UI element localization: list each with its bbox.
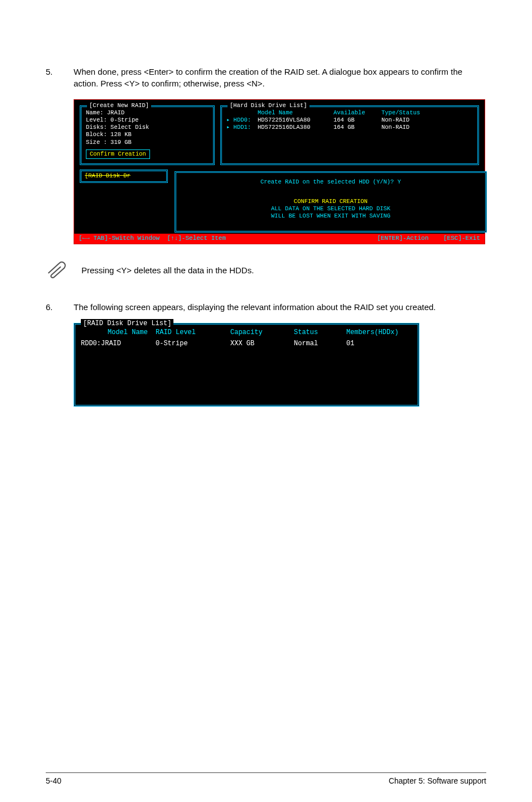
step-number: 5. — [46, 66, 58, 89]
step-body: When done, press <Enter> to confirm the … — [74, 66, 486, 89]
step-5: 5. When done, press <Enter> to confirm t… — [46, 66, 486, 89]
page-number: 5-40 — [46, 776, 61, 785]
bios-screenshot-2: [RAID Disk Drive List] Model Name RAID L… — [74, 323, 419, 407]
footer-action: [ENTER]-Action — [377, 235, 428, 241]
col-capacity: Capacity — [230, 328, 286, 337]
col-raid-level: RAID Level — [156, 328, 223, 337]
hdd0-type: Non-RAID — [381, 117, 432, 124]
note-row: Pressing <Y> deletes all the data in the… — [46, 260, 486, 280]
confirm-creation-button[interactable]: Confirm Creation — [86, 149, 150, 159]
dialog-warn1: ALL DATA ON THE SELECTED HARD DISK — [182, 205, 480, 212]
col-model-name: Model Name — [81, 328, 148, 337]
hdd-head-avail: Available — [333, 109, 378, 117]
col-status: Status — [294, 328, 338, 337]
hdd-head-model: Model Name — [258, 109, 330, 117]
bios-footer-bar: [←→ TAB]-Switch Window [↑↓]-Select Item … — [74, 234, 485, 244]
page-footer: 5-40 Chapter 5: Software support — [46, 772, 486, 785]
raid-block: Block: 128 KB — [86, 131, 209, 138]
raid-name: Name: JRAID — [86, 109, 209, 117]
step-number: 6. — [46, 301, 58, 313]
raid-disks: Disks: Select Disk — [86, 124, 209, 131]
step-body: The following screen appears, displaying… — [74, 301, 486, 313]
hdd-title: [Hard Disk Drive List] — [228, 102, 309, 109]
hdd0-avail: 164 GB — [333, 117, 378, 124]
hdd0-idx: ▸ HDD0: — [226, 117, 254, 124]
row-members: 01 — [346, 339, 412, 348]
dialog-warnhead: CONFIRM RAID CREATION — [182, 198, 480, 205]
raid-disk-dr-partial: [RAID Disk Dr — [80, 170, 168, 183]
col-members: Members(HDDx) — [346, 328, 412, 337]
hdd1-avail: 164 GB — [333, 124, 378, 131]
row-model-name: RDD0:JRAID — [81, 339, 148, 348]
dialog-warn2: WILL BE LOST WHEN EXIT WITH SAVING — [182, 212, 480, 220]
row-capacity: XXX GB — [230, 339, 286, 348]
row-status: Normal — [294, 339, 338, 348]
note-paperclip-icon — [46, 260, 69, 280]
chapter-title: Chapter 5: Software support — [389, 776, 486, 785]
note-text: Pressing <Y> deletes all the data in the… — [81, 265, 254, 275]
raid-list-title: [RAID Disk Drive List] — [81, 319, 173, 328]
create-new-raid-box: [Create New RAID] Name: JRAID Level: 0-S… — [80, 105, 215, 165]
bios-screenshot-1: [Create New RAID] Name: JRAID Level: 0-S… — [74, 99, 485, 244]
raid-level: Level: 0-Stripe — [86, 117, 209, 124]
footer-select-item: [↑↓]-Select Item — [167, 235, 226, 241]
row-raid-level: 0-Stripe — [156, 339, 223, 348]
raid-size: Size : 319 GB — [86, 139, 209, 146]
confirm-dialog: Create RAID on the selected HDD (Y/N)? Y… — [175, 171, 487, 233]
hdd1-type: Non-RAID — [381, 124, 432, 131]
hdd-head-type: Type/Status — [381, 109, 432, 117]
hdd1-idx: ▸ HDD1: — [226, 124, 254, 131]
hard-disk-drive-list-box: [Hard Disk Drive List] Model Name Availa… — [220, 105, 479, 165]
dialog-prompt: Create RAID on the selected HDD (Y/N)? Y — [182, 178, 480, 186]
hdd0-model: HDS722516VLSA80 — [258, 117, 330, 124]
footer-exit: [ESC]-Exit — [443, 235, 480, 241]
step-6: 6. The following screen appears, display… — [46, 301, 486, 313]
footer-switch-window: [←→ TAB]-Switch Window — [79, 235, 159, 241]
hdd1-model: HDS722516DLA380 — [258, 124, 330, 131]
create-title: [Create New RAID] — [87, 102, 151, 109]
